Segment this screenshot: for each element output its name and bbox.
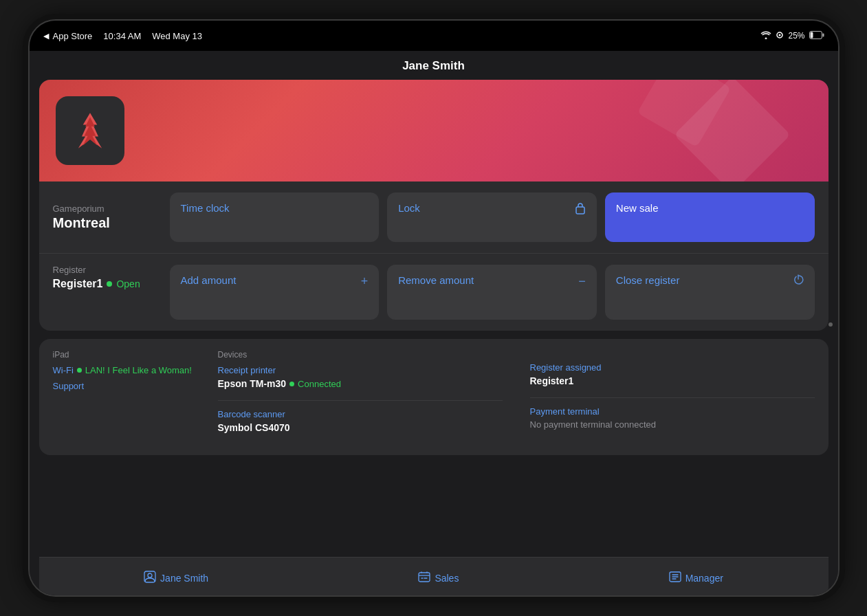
remove-amount-button[interactable]: Remove amount − (387, 265, 597, 320)
svg-rect-3 (822, 33, 824, 36)
nav-manager-label: Manager (685, 573, 723, 584)
ipad-section: iPad Wi-Fi LAN! I Feel Like a Woman! Sup… (53, 350, 204, 444)
nav-sales[interactable]: Sales (418, 571, 459, 586)
register-section-label: Register (53, 265, 156, 275)
close-register-button[interactable]: Close register (605, 265, 815, 320)
svg-point-1 (779, 34, 781, 36)
register-status: Open (116, 278, 140, 289)
back-arrow-icon: ◀ (43, 32, 49, 41)
action-buttons: Time clock Lock New sale (170, 192, 815, 242)
devices-section-label: Devices (218, 350, 503, 360)
register-info: Register Register1 Open (53, 265, 156, 290)
store-brand-label: Gameporium (53, 204, 156, 214)
nav-jane-smith-label: Jane Smith (160, 573, 208, 584)
lock-icon (575, 202, 586, 217)
register-status-dot (107, 281, 112, 287)
payment-terminal-item: Payment terminal No payment terminal con… (530, 406, 815, 430)
wifi-label: Wi-Fi (53, 365, 74, 375)
barcode-scanner-title[interactable]: Barcode scanner (218, 409, 503, 419)
status-date: Wed May 13 (152, 31, 202, 41)
devices-left-col: Devices Receipt printer Epson TM-m30 Con… (218, 350, 503, 444)
power-icon (793, 274, 804, 287)
add-amount-label: Add amount (181, 274, 237, 286)
ipad-section-label: iPad (53, 350, 204, 360)
brand-logo (56, 96, 124, 165)
remove-amount-label: Remove amount (398, 274, 474, 286)
close-register-label: Close register (616, 274, 680, 286)
time-clock-button[interactable]: Time clock (170, 192, 380, 242)
register-assigned-item: Register assigned Register1 (530, 362, 815, 386)
manager-icon (669, 571, 681, 586)
user-icon (144, 571, 156, 586)
register-section: Register Register1 Open Add amount + (39, 253, 828, 331)
add-amount-button[interactable]: Add amount + (170, 265, 380, 320)
battery-percent: 25% (788, 31, 804, 41)
register-name: Register1 (53, 278, 103, 290)
device-divider-2 (530, 397, 815, 398)
svg-rect-5 (576, 207, 584, 214)
register-buttons: Add amount + Remove amount − Close regis… (170, 265, 815, 320)
time-clock-label: Time clock (181, 202, 230, 214)
minus-icon: − (578, 274, 586, 289)
page-title: Jane Smith (402, 59, 465, 72)
register-header: Register Register1 Open Add amount + (53, 265, 815, 320)
receipt-printer-name: Epson TM-m30 (218, 378, 287, 389)
payment-terminal-status: No payment terminal connected (530, 419, 815, 430)
status-bar: ◀ App Store 10:34 AM Wed May 13 25% (30, 21, 838, 51)
nav-sales-label: Sales (435, 573, 459, 584)
receipt-printer-status-row: Epson TM-m30 Connected (218, 378, 503, 389)
app-store-label[interactable]: App Store (53, 31, 93, 41)
nav-jane-smith[interactable]: Jane Smith (144, 571, 208, 586)
lock-label: Lock (398, 202, 420, 214)
title-bar: Jane Smith (30, 51, 838, 80)
lock-button[interactable]: Lock (387, 192, 597, 242)
wifi-row: Wi-Fi LAN! I Feel Like a Woman! (53, 365, 204, 375)
new-sale-label: New sale (616, 202, 659, 214)
svg-point-7 (148, 573, 152, 578)
wifi-icon (760, 31, 771, 41)
store-info: Gameporium Montreal (53, 204, 156, 231)
device-divider (218, 400, 503, 401)
new-sale-button[interactable]: New sale (605, 192, 815, 242)
battery-icon (809, 31, 824, 41)
svg-rect-4 (810, 32, 813, 38)
barcode-scanner-item: Barcode scanner Symbol CS4070 (218, 409, 503, 433)
wifi-status-dot (77, 368, 82, 373)
svg-rect-8 (419, 573, 430, 582)
printer-connected-dot (289, 382, 294, 386)
payment-terminal-title[interactable]: Payment terminal (530, 406, 815, 417)
devices-right-col: Register assigned Register1 Payment term… (530, 350, 815, 444)
register-assigned-title[interactable]: Register assigned (530, 362, 815, 373)
hero-banner (39, 80, 828, 182)
store-row: Gameporium Montreal Time clock Lock (39, 182, 828, 253)
register-name-row: Register1 Open (53, 278, 156, 290)
bottom-nav: Jane Smith Sales (39, 557, 828, 597)
sales-icon (418, 571, 430, 586)
barcode-scanner-name: Symbol CS4070 (218, 422, 503, 433)
support-link[interactable]: Support (53, 381, 204, 391)
main-card: Gameporium Montreal Time clock Lock (39, 80, 828, 331)
status-time: 10:34 AM (103, 31, 141, 41)
plus-icon: + (361, 274, 369, 289)
device-frame: ◀ App Store 10:34 AM Wed May 13 25% (28, 19, 839, 597)
main-content: Jane Smith Gameporium Montreal (30, 51, 838, 597)
register-assigned-name: Register1 (530, 375, 815, 386)
receipt-printer-item: Receipt printer Epson TM-m30 Connected (218, 365, 503, 389)
nav-manager[interactable]: Manager (669, 571, 723, 586)
wifi-network-name: LAN! I Feel Like a Woman! (85, 365, 192, 375)
devices-main: Devices Receipt printer Epson TM-m30 Con… (218, 350, 815, 444)
location-icon (776, 31, 784, 41)
receipt-printer-title[interactable]: Receipt printer (218, 365, 503, 375)
printer-connected-status: Connected (298, 379, 341, 389)
devices-card: iPad Wi-Fi LAN! I Feel Like a Woman! Sup… (39, 339, 828, 455)
scroll-indicator (828, 322, 833, 327)
store-location: Montreal (53, 215, 156, 231)
